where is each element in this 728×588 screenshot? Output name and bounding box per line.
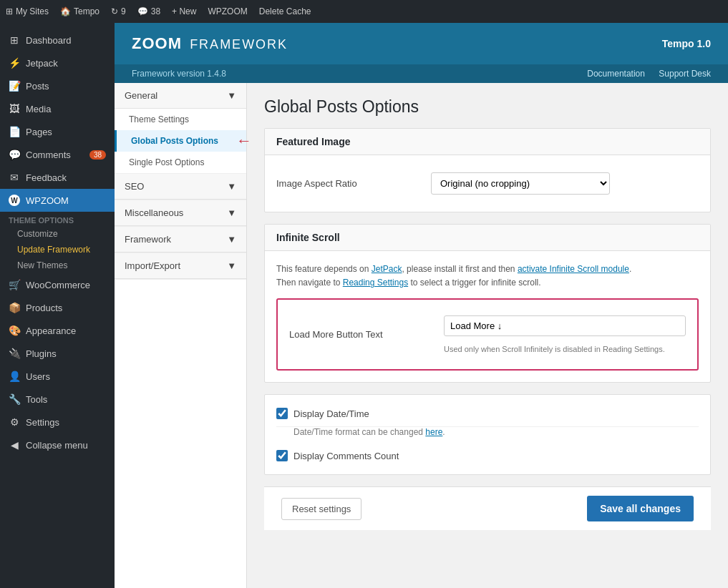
media-icon: 🖼	[9, 103, 20, 114]
sidebar-item-settings[interactable]: ⚙ Settings	[0, 411, 115, 433]
pages-icon: 📄	[9, 126, 20, 137]
sidebar-item-wpzoom[interactable]: W WPZOOM	[0, 189, 115, 212]
activate-infinite-scroll-link[interactable]: activate Infinite Scroll module	[518, 264, 629, 274]
chevron-right-icon-misc: ▼	[227, 207, 236, 218]
save-all-changes-button[interactable]: Save all changes	[587, 496, 694, 521]
image-aspect-ratio-select[interactable]: Original (no cropping) Square (1:1) Land…	[432, 173, 609, 194]
woocommerce-icon: 🛒	[9, 279, 20, 290]
feedback-icon: ✉	[9, 172, 20, 183]
sidebar-item-feedback[interactable]: ✉ Feedback	[0, 166, 115, 189]
display-date-hint: Date/Time format can be changed here.	[293, 427, 699, 437]
sidebar-item-plugins[interactable]: 🔌 Plugins	[0, 342, 115, 365]
comments-button[interactable]: 💬 38	[137, 6, 160, 16]
sub-nav-header-miscellaneous[interactable]: Miscellaneous ▼	[115, 200, 246, 226]
sub-nav-group-seo: SEO ▼	[115, 174, 246, 200]
my-sites-button[interactable]: ⊞ My Sites	[6, 6, 49, 16]
sidebar-item-update-framework[interactable]: Update Framework	[0, 242, 115, 258]
sub-nav-header-import-export[interactable]: Import/Export ▼	[115, 253, 246, 279]
users-icon: 👤	[9, 371, 20, 382]
sub-nav-header-framework[interactable]: Framework ▼	[115, 227, 246, 253]
featured-image-section: Featured Image Image Aspect Ratio Origin…	[264, 128, 711, 212]
sidebar-item-pages[interactable]: 📄 Pages	[0, 120, 115, 143]
updates-icon: ↻	[111, 6, 118, 16]
display-options-section: Display Date/Time Date/Time format can b…	[264, 394, 711, 475]
display-comments-checkbox[interactable]	[276, 450, 288, 461]
image-aspect-ratio-label: Image Aspect Ratio	[276, 178, 419, 189]
display-date-row: Display Date/Time	[276, 401, 699, 427]
sidebar-item-woocommerce[interactable]: 🛒 WooCommerce	[0, 273, 115, 296]
appearance-icon: 🎨	[9, 325, 20, 336]
sidebar-item-tools[interactable]: 🔧 Tools	[0, 388, 115, 411]
sidebar-item-media[interactable]: 🖼 Media	[0, 97, 115, 120]
chevron-down-icon: ▼	[227, 90, 236, 101]
support-link[interactable]: Support Desk	[659, 69, 711, 79]
sub-nav-header-general[interactable]: General ▼	[115, 83, 246, 109]
load-more-input[interactable]	[444, 315, 686, 336]
display-date-label: Display Date/Time	[293, 408, 369, 419]
home-button[interactable]: 🏠 Tempo	[60, 6, 100, 16]
sub-nav-link-single-post-options[interactable]: Single Post Options	[115, 152, 246, 173]
wpzoom-icon: W	[9, 195, 20, 206]
reset-settings-button[interactable]: Reset settings	[281, 498, 361, 520]
sidebar-item-posts[interactable]: 📝 Posts	[0, 74, 115, 97]
sidebar-item-comments[interactable]: 💬 Comments 38	[0, 143, 115, 166]
sub-nav: General ▼ Theme Settings Global Posts Op…	[115, 83, 247, 588]
sub-nav-link-theme-settings[interactable]: Theme Settings	[115, 109, 246, 130]
new-button[interactable]: + New	[172, 6, 196, 16]
updates-button[interactable]: ↻ 9	[111, 6, 126, 16]
sidebar-item-appearance[interactable]: 🎨 Appearance	[0, 319, 115, 342]
image-aspect-ratio-select-wrapper[interactable]: Original (no cropping) Square (1:1) Land…	[431, 172, 610, 195]
page-title: Global Posts Options	[264, 97, 711, 117]
plugins-icon: 🔌	[9, 348, 20, 359]
sidebar-item-new-themes[interactable]: New Themes	[0, 258, 115, 273]
framework-logo: ZOOM FRAMEWORK	[132, 34, 288, 53]
sidebar-item-jetpack[interactable]: ⚡ Jetpack	[0, 52, 115, 74]
tempo-label: Tempo 1.0	[662, 38, 711, 49]
home-icon: 🏠	[60, 6, 71, 16]
load-more-row: Load More Button Text Used only when Scr…	[289, 310, 686, 359]
sidebar-item-dashboard[interactable]: ⊞ Dashboard	[0, 29, 115, 52]
sub-nav-header-seo[interactable]: SEO ▼	[115, 174, 246, 200]
products-icon: 📦	[9, 302, 20, 313]
jetpack-link[interactable]: JetPack	[372, 264, 402, 274]
sub-nav-link-global-posts-options[interactable]: Global Posts Options ←	[115, 130, 246, 152]
settings-icon: ⚙	[9, 416, 20, 428]
infinite-scroll-description: This feature depends on JetPack, please …	[276, 263, 699, 290]
display-comments-row: Display Comments Count	[276, 443, 699, 469]
image-aspect-ratio-row: Image Aspect Ratio Original (no cropping…	[276, 167, 699, 200]
sidebar: ⊞ Dashboard ⚡ Jetpack 📝 Posts 🖼 Media 📄 …	[0, 23, 115, 588]
tools-icon: 🔧	[9, 393, 20, 405]
comments-icon: 💬	[137, 6, 148, 16]
featured-image-header: Featured Image	[265, 129, 710, 155]
admin-bar: ⊞ My Sites 🏠 Tempo ↻ 9 💬 38 + New WPZOOM…	[0, 0, 728, 23]
wpzoom-button[interactable]: WPZOOM	[208, 6, 247, 16]
sidebar-item-collapse[interactable]: ◀ Collapse menu	[0, 433, 115, 456]
reading-settings-link[interactable]: Reading Settings	[343, 278, 408, 288]
page-content-area: Global Posts Options Featured Image Imag…	[247, 83, 728, 588]
my-sites-icon: ⊞	[6, 6, 13, 16]
posts-icon: 📝	[9, 80, 20, 92]
chevron-right-icon: ▼	[227, 181, 236, 192]
load-more-highlighted-section: Load More Button Text Used only when Scr…	[276, 298, 699, 371]
theme-options-section: Theme Options	[0, 212, 115, 226]
sub-nav-group-miscellaneous: Miscellaneous ▼	[115, 200, 246, 227]
jetpack-icon: ⚡	[9, 57, 20, 69]
collapse-icon: ◀	[9, 439, 20, 451]
dashboard-icon: ⊞	[9, 34, 20, 46]
framework-header: ZOOM FRAMEWORK Tempo 1.0	[115, 23, 728, 64]
framework-version: Framework version 1.4.8	[132, 69, 226, 79]
sub-nav-group-framework: Framework ▼	[115, 227, 246, 253]
load-more-hint: Used only when Scroll Infinitely is disa…	[444, 345, 665, 353]
sidebar-item-products[interactable]: 📦 Products	[0, 296, 115, 319]
sidebar-item-users[interactable]: 👤 Users	[0, 365, 115, 388]
chevron-right-icon-ie: ▼	[227, 260, 236, 271]
delete-cache-button[interactable]: Delete Cache	[259, 6, 311, 16]
comments-badge: 38	[89, 150, 106, 160]
display-date-checkbox[interactable]	[276, 408, 288, 419]
date-format-link[interactable]: here	[425, 427, 442, 437]
comments-menu-icon: 💬	[9, 149, 20, 160]
documentation-link[interactable]: Documentation	[587, 69, 645, 79]
sidebar-item-customize[interactable]: Customize	[0, 226, 115, 242]
sub-nav-group-general: General ▼ Theme Settings Global Posts Op…	[115, 83, 246, 174]
footer-bar: Reset settings Save all changes	[264, 486, 711, 530]
